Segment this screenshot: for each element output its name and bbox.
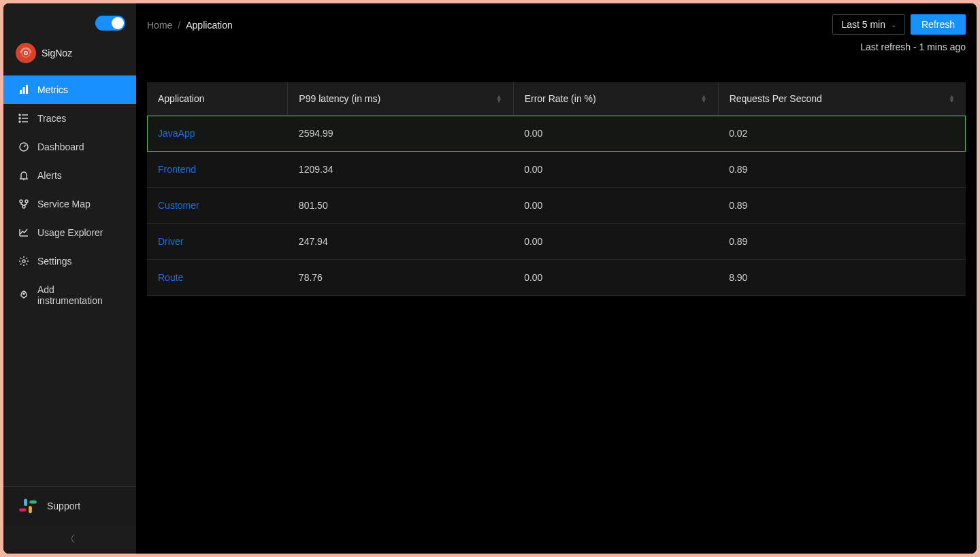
bell-icon bbox=[18, 170, 29, 181]
application-link[interactable]: Customer bbox=[158, 200, 199, 211]
cell-p99: 247.94 bbox=[288, 224, 513, 260]
main-content: Home / Application Last 5 min ⌄ Refresh … bbox=[136, 3, 977, 554]
cell-rps: 0.89 bbox=[718, 152, 966, 188]
table-row[interactable]: Driver247.940.000.89 bbox=[147, 224, 966, 260]
col-error-rate[interactable]: Error Rate (in %) ▲▼ bbox=[513, 82, 718, 116]
svg-point-16 bbox=[23, 293, 24, 294]
sidebar-item-add-instrumentation[interactable]: Add instrumentation bbox=[3, 275, 136, 315]
svg-point-10 bbox=[19, 121, 20, 122]
sidebar-item-settings[interactable]: Settings bbox=[3, 247, 136, 275]
nav-label: Settings bbox=[37, 256, 72, 267]
collapse-sidebar-button[interactable]: 〈 bbox=[3, 525, 136, 554]
logo-section[interactable]: SigNoz bbox=[3, 36, 136, 75]
rocket-icon bbox=[18, 290, 29, 301]
top-controls: Last 5 min ⌄ Refresh Last refresh - 1 mi… bbox=[832, 14, 966, 52]
cell-error-rate: 0.00 bbox=[513, 188, 718, 224]
sidebar-item-traces[interactable]: Traces bbox=[3, 104, 136, 133]
col-p99-label: P99 latency (in ms) bbox=[299, 93, 380, 104]
cell-error-rate: 0.00 bbox=[513, 152, 718, 188]
table-row[interactable]: Frontend1209.340.000.89 bbox=[147, 152, 966, 188]
applications-table-wrap: Application P99 latency (in ms) ▲▼ Error… bbox=[147, 82, 966, 296]
sidebar-item-alerts[interactable]: Alerts bbox=[3, 161, 136, 190]
sidebar-item-service-map[interactable]: Service Map bbox=[3, 190, 136, 218]
theme-toggle[interactable] bbox=[95, 16, 125, 31]
last-refresh-text: Last refresh - 1 mins ago bbox=[860, 41, 966, 52]
cell-rps: 8.90 bbox=[718, 260, 966, 296]
nav-label: Traces bbox=[37, 113, 66, 124]
svg-rect-2 bbox=[20, 90, 22, 94]
sidebar-item-dashboard[interactable]: Dashboard bbox=[3, 133, 136, 161]
col-application-label: Application bbox=[158, 93, 205, 104]
topbar: Home / Application Last 5 min ⌄ Refresh … bbox=[147, 14, 966, 52]
chevron-down-icon: ⌄ bbox=[891, 21, 896, 29]
cell-error-rate: 0.00 bbox=[513, 224, 718, 260]
toggle-knob bbox=[112, 17, 124, 29]
nav-list: MetricsTracesDashboardAlertsService MapU… bbox=[3, 75, 136, 486]
col-error-rate-label: Error Rate (in %) bbox=[525, 93, 596, 104]
support-label: Support bbox=[47, 501, 80, 511]
cell-rps: 0.89 bbox=[718, 224, 966, 260]
cell-p99: 1209.34 bbox=[288, 152, 513, 188]
refresh-button[interactable]: Refresh bbox=[911, 14, 966, 35]
cell-p99: 801.50 bbox=[288, 188, 513, 224]
svg-point-14 bbox=[22, 205, 25, 208]
application-link[interactable]: JavaApp bbox=[158, 128, 195, 139]
nav-label: Add instrumentation bbox=[37, 284, 121, 306]
cell-rps: 0.02 bbox=[718, 116, 966, 152]
sidebar: SigNoz MetricsTracesDashboardAlertsServi… bbox=[3, 3, 136, 554]
cell-error-rate: 0.00 bbox=[513, 260, 718, 296]
time-range-select[interactable]: Last 5 min ⌄ bbox=[832, 14, 905, 35]
logo-icon bbox=[16, 43, 36, 63]
nav-label: Usage Explorer bbox=[37, 227, 103, 238]
application-link[interactable]: Frontend bbox=[158, 164, 196, 175]
services-icon bbox=[18, 199, 29, 209]
sidebar-top bbox=[3, 3, 136, 36]
nav-label: Alerts bbox=[37, 170, 62, 181]
app-root: SigNoz MetricsTracesDashboardAlertsServi… bbox=[3, 3, 977, 554]
sidebar-item-usage-explorer[interactable]: Usage Explorer bbox=[3, 218, 136, 247]
dashboard-icon bbox=[18, 141, 29, 152]
col-p99[interactable]: P99 latency (in ms) ▲▼ bbox=[288, 82, 513, 116]
applications-table: Application P99 latency (in ms) ▲▼ Error… bbox=[147, 82, 966, 296]
svg-rect-3 bbox=[23, 87, 25, 94]
cell-p99: 2594.99 bbox=[288, 116, 513, 152]
nav-label: Dashboard bbox=[37, 141, 84, 152]
col-rps[interactable]: Requests Per Second ▲▼ bbox=[718, 82, 966, 116]
nav-label: Metrics bbox=[37, 84, 68, 95]
col-application[interactable]: Application bbox=[147, 82, 288, 116]
ordered-list-icon bbox=[18, 113, 29, 124]
table-header-row: Application P99 latency (in ms) ▲▼ Error… bbox=[147, 82, 966, 116]
controls-row: Last 5 min ⌄ Refresh bbox=[832, 14, 966, 35]
support-button[interactable]: Support bbox=[3, 486, 136, 525]
svg-point-0 bbox=[24, 52, 28, 55]
sort-icon: ▲▼ bbox=[949, 95, 955, 103]
application-link[interactable]: Route bbox=[158, 272, 183, 283]
cell-p99: 78.76 bbox=[288, 260, 513, 296]
nav-label: Service Map bbox=[37, 199, 91, 209]
svg-rect-4 bbox=[26, 85, 28, 94]
cell-rps: 0.89 bbox=[718, 188, 966, 224]
svg-point-15 bbox=[22, 260, 25, 263]
svg-point-12 bbox=[20, 200, 22, 203]
breadcrumb-home[interactable]: Home bbox=[147, 20, 172, 31]
sort-icon: ▲▼ bbox=[701, 95, 707, 103]
svg-point-8 bbox=[19, 114, 20, 116]
line-chart-icon bbox=[18, 227, 29, 238]
slack-icon bbox=[18, 496, 37, 516]
application-link[interactable]: Driver bbox=[158, 236, 183, 247]
svg-point-1 bbox=[22, 49, 30, 57]
sidebar-item-metrics[interactable]: Metrics bbox=[3, 75, 136, 104]
gear-icon bbox=[18, 256, 29, 267]
bar-chart-icon bbox=[18, 84, 29, 95]
chevron-left-icon: 〈 bbox=[65, 533, 75, 545]
table-row[interactable]: Customer801.500.000.89 bbox=[147, 188, 966, 224]
svg-point-13 bbox=[25, 200, 28, 203]
col-rps-label: Requests Per Second bbox=[730, 93, 822, 104]
svg-point-9 bbox=[19, 118, 20, 119]
sort-icon: ▲▼ bbox=[496, 95, 502, 103]
table-row[interactable]: JavaApp2594.990.000.02 bbox=[147, 116, 966, 152]
breadcrumb-separator: / bbox=[178, 20, 180, 31]
brand-name: SigNoz bbox=[42, 48, 72, 58]
table-row[interactable]: Route78.760.008.90 bbox=[147, 260, 966, 296]
breadcrumb-current: Application bbox=[186, 20, 233, 31]
